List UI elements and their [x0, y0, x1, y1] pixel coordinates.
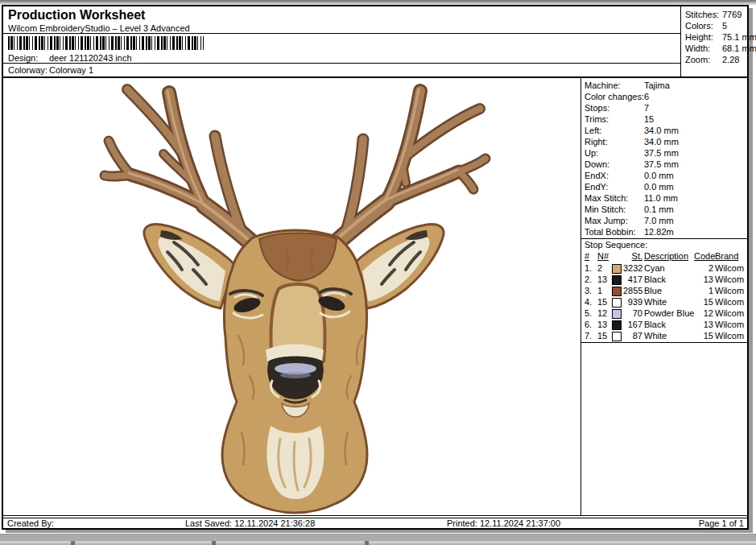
stop-row-brand: Wilcom	[715, 285, 747, 296]
col-header-brand: Brand	[715, 250, 747, 262]
tab-notch	[212, 541, 216, 545]
stop-row-needle: 13	[597, 274, 612, 285]
stop-row-brand: Wilcom	[715, 262, 747, 274]
stop-row-brand: Wilcom	[715, 330, 747, 341]
stat-height: Height:75.1 mm	[685, 31, 747, 43]
table-end-line	[581, 342, 747, 343]
tab-notch	[71, 541, 75, 545]
stop-row-code: 13	[694, 274, 715, 285]
design-label: Design:	[8, 53, 49, 63]
stop-row-stitches: 70	[623, 308, 644, 319]
col-header-needle: N#	[597, 250, 612, 262]
window-bottom-edge	[0, 534, 756, 545]
worksheet-main: Machine:Tajima Color changes:6 Stops:7 T…	[3, 78, 747, 516]
stop-row-stitches: 939	[623, 296, 644, 308]
stop-row-stitches: 87	[623, 330, 644, 341]
stop-row-num: 4.	[585, 296, 597, 308]
stop-row-needle: 2	[597, 262, 612, 274]
machine-row: Down:37.5 mm	[585, 159, 747, 170]
colorway-label: Colorway:	[8, 65, 49, 75]
stop-row-brand: Wilcom	[715, 296, 747, 308]
machine-row: Color changes:6	[585, 91, 747, 102]
machine-row: EndX:0.0 mm	[585, 170, 747, 181]
stop-row-description: Powder Blue	[644, 308, 694, 319]
stop-row-num: 1.	[585, 262, 597, 274]
stop-row-needle: 12	[597, 308, 612, 319]
machine-info-list: Machine:Tajima Color changes:6 Stops:7 T…	[581, 78, 747, 237]
stop-row-description: Black	[644, 319, 694, 330]
stat-stitches: Stitches:7769	[685, 9, 747, 20]
machine-row: Up:37.5 mm	[585, 147, 747, 159]
stop-row-description: White	[644, 330, 694, 341]
header-divider-1	[3, 33, 680, 34]
deer-antlers	[105, 89, 485, 244]
machine-row: Max Jump:7.0 mm	[585, 215, 747, 226]
header-left: Production Worksheet Wilcom EmbroiderySt…	[3, 6, 680, 76]
stop-row-description: Blue	[644, 285, 694, 296]
stop-row-num: 6.	[585, 319, 597, 330]
worksheet-footer: Created By: Last Saved: 12.11.2024 21:36…	[3, 518, 747, 527]
col-header-stitches: St.	[623, 250, 644, 262]
header-divider-2	[3, 63, 680, 64]
stop-row-num: 3.	[585, 285, 597, 296]
stop-row-num: 5.	[585, 308, 597, 319]
col-header-description: Description	[644, 250, 694, 262]
machine-row: EndY:0.0 mm	[585, 181, 747, 192]
design-canvas	[3, 78, 581, 515]
machine-row: Stops:7	[585, 102, 747, 114]
machine-row: Min Stitch:0.1 mm	[585, 204, 747, 215]
stop-row-stitches: 417	[623, 274, 644, 285]
machine-row: Trims:15	[585, 114, 747, 125]
stop-row-code: 15	[694, 296, 715, 308]
stop-row-description: Cyan	[644, 262, 694, 274]
machine-row: Right:34.0 mm	[585, 136, 747, 147]
stop-row-stitches: 167	[623, 319, 644, 330]
stop-row-stitches: 2855	[623, 285, 644, 296]
stop-row-code: 2	[694, 262, 715, 274]
worksheet-header: Production Worksheet Wilcom EmbroiderySt…	[3, 6, 747, 78]
stop-sequence-table: # N# St. Description Code Brand 1. 2 323…	[585, 250, 747, 341]
stop-row-code: 13	[694, 319, 715, 330]
printed-text: Printed: 12.11.2024 21:37:00	[447, 518, 560, 528]
stop-row-needle: 13	[597, 319, 612, 330]
machine-row: Total Bobbin:12.82m	[585, 226, 747, 237]
design-stats-box: Stitches:7769 Colors:5 Height:75.1 mm Wi…	[680, 6, 747, 76]
stop-row-description: White	[644, 296, 694, 308]
stop-sequence-title: Stop Sequence:	[581, 239, 747, 250]
page-title: Production Worksheet	[8, 8, 145, 23]
deer-embroidery-graphic	[3, 78, 580, 515]
stop-row-description: Black	[644, 274, 694, 285]
thread-color-swatch	[612, 319, 623, 330]
machine-row: Left:34.0 mm	[585, 125, 747, 136]
colorway-value: Colorway 1	[49, 65, 93, 75]
stat-zoom: Zoom:2.28	[685, 54, 747, 65]
col-header-num: #	[585, 250, 597, 262]
stop-row-code: 15	[694, 330, 715, 341]
design-barcode	[8, 36, 204, 50]
worksheet-page: Production Worksheet Wilcom EmbroiderySt…	[2, 5, 749, 530]
stop-row-code: 12	[694, 308, 715, 319]
production-worksheet-screen: Production Worksheet Wilcom EmbroiderySt…	[0, 0, 756, 545]
stat-colors: Colors:5	[685, 20, 747, 31]
stop-row-brand: Wilcom	[715, 319, 747, 330]
stop-row-code: 1	[694, 285, 715, 296]
thread-color-swatch	[612, 296, 623, 308]
col-header-swatch	[612, 250, 623, 262]
page-indicator: Page 1 of 1	[699, 518, 744, 528]
stop-row-num: 2.	[585, 274, 597, 285]
stop-row-needle: 15	[597, 330, 612, 341]
thread-color-swatch	[612, 285, 623, 296]
design-value: deer 121120243 inch	[49, 53, 132, 63]
col-header-code: Code	[694, 250, 715, 262]
stop-row-brand: Wilcom	[715, 308, 747, 319]
stop-row-brand: Wilcom	[715, 274, 747, 285]
colorway-row: Colorway:Colorway 1	[8, 65, 93, 75]
created-by-label: Created By:	[7, 518, 54, 528]
thread-color-swatch	[612, 262, 623, 274]
software-subtitle: Wilcom EmbroideryStudio – Level 3 Advanc…	[8, 23, 190, 33]
machine-row: Max Stitch:11.0 mm	[585, 192, 747, 204]
tab-notch	[365, 541, 369, 545]
stop-row-needle: 15	[597, 296, 612, 308]
thread-color-swatch	[612, 308, 623, 319]
machine-row: Machine:Tajima	[585, 80, 747, 91]
